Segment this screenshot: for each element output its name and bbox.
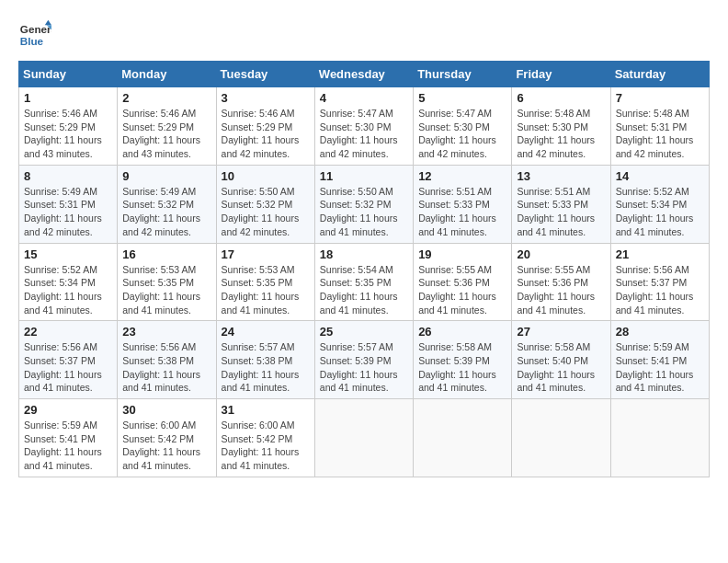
day-number: 28 [616,325,704,339]
day-detail: Sunrise: 6:00 AMSunset: 5:42 PMDaylight:… [222,419,300,471]
day-number: 21 [616,247,704,261]
weekday-header-row: SundayMondayTuesdayWednesdayThursdayFrid… [19,62,710,87]
logo-icon: General Blue [18,18,51,52]
day-number: 3 [222,91,310,105]
calendar-day-cell: 27 Sunrise: 5:58 AMSunset: 5:40 PMDaylig… [512,321,610,399]
day-detail: Sunrise: 5:46 AMSunset: 5:29 PMDaylight:… [222,108,300,159]
calendar-week-row: 22 Sunrise: 5:56 AMSunset: 5:37 PMDaylig… [19,321,710,399]
calendar-day-cell: 6 Sunrise: 5:48 AMSunset: 5:30 PMDayligh… [512,87,610,166]
calendar-day-cell: 12 Sunrise: 5:51 AMSunset: 5:33 PMDaylig… [414,165,512,243]
calendar-day-cell: 25 Sunrise: 5:57 AMSunset: 5:39 PMDaylig… [314,321,413,399]
day-number: 10 [222,169,310,183]
calendar-day-cell: 13 Sunrise: 5:51 AMSunset: 5:33 PMDaylig… [512,165,610,243]
calendar-day-cell: 11 Sunrise: 5:50 AMSunset: 5:32 PMDaylig… [314,165,413,243]
day-detail: Sunrise: 5:53 AMSunset: 5:35 PMDaylight:… [122,264,200,316]
weekday-header-cell: Tuesday [216,62,314,87]
day-detail: Sunrise: 5:47 AMSunset: 5:30 PMDaylight:… [418,108,496,159]
calendar-day-cell: 8 Sunrise: 5:49 AMSunset: 5:31 PMDayligh… [19,165,118,243]
calendar-day-cell [414,399,512,477]
day-number: 8 [24,169,112,183]
weekday-header-cell: Saturday [610,62,709,87]
day-detail: Sunrise: 5:49 AMSunset: 5:31 PMDaylight:… [24,186,102,237]
day-detail: Sunrise: 5:47 AMSunset: 5:30 PMDaylight:… [320,108,398,159]
weekday-header-cell: Thursday [414,62,512,87]
day-detail: Sunrise: 5:57 AMSunset: 5:38 PMDaylight:… [222,341,300,393]
calendar-week-row: 29 Sunrise: 5:59 AMSunset: 5:41 PMDaylig… [19,399,710,477]
day-detail: Sunrise: 5:56 AMSunset: 5:37 PMDaylight:… [24,341,102,393]
day-detail: Sunrise: 5:55 AMSunset: 5:36 PMDaylight:… [418,264,496,316]
day-number: 20 [517,247,605,261]
day-detail: Sunrise: 5:46 AMSunset: 5:29 PMDaylight:… [122,108,200,159]
weekday-header-cell: Friday [512,62,610,87]
day-number: 18 [320,247,408,261]
day-detail: Sunrise: 5:51 AMSunset: 5:33 PMDaylight:… [517,186,595,237]
calendar-day-cell: 21 Sunrise: 5:56 AMSunset: 5:37 PMDaylig… [610,243,709,321]
day-number: 27 [517,325,605,339]
calendar-day-cell: 22 Sunrise: 5:56 AMSunset: 5:37 PMDaylig… [19,321,118,399]
weekday-header-cell: Sunday [19,62,118,87]
day-detail: Sunrise: 5:58 AMSunset: 5:39 PMDaylight:… [418,341,496,393]
svg-text:Blue: Blue [20,35,44,47]
calendar-week-row: 8 Sunrise: 5:49 AMSunset: 5:31 PMDayligh… [19,165,710,243]
day-number: 30 [122,403,210,417]
calendar-day-cell [610,399,709,477]
calendar-day-cell: 4 Sunrise: 5:47 AMSunset: 5:30 PMDayligh… [314,87,413,166]
calendar-day-cell: 5 Sunrise: 5:47 AMSunset: 5:30 PMDayligh… [414,87,512,166]
day-number: 25 [320,325,408,339]
day-number: 15 [24,247,112,261]
day-detail: Sunrise: 5:54 AMSunset: 5:35 PMDaylight:… [320,264,398,316]
calendar-day-cell [512,399,610,477]
calendar-day-cell: 1 Sunrise: 5:46 AMSunset: 5:29 PMDayligh… [19,87,118,166]
day-detail: Sunrise: 5:51 AMSunset: 5:33 PMDaylight:… [418,186,496,237]
weekday-header-cell: Monday [118,62,216,87]
day-detail: Sunrise: 6:00 AMSunset: 5:42 PMDaylight:… [122,419,200,471]
calendar-table: SundayMondayTuesdayWednesdayThursdayFrid… [18,61,710,477]
day-number: 16 [122,247,210,261]
calendar-day-cell: 28 Sunrise: 5:59 AMSunset: 5:41 PMDaylig… [610,321,709,399]
day-detail: Sunrise: 5:57 AMSunset: 5:39 PMDaylight:… [320,341,398,393]
day-detail: Sunrise: 5:56 AMSunset: 5:38 PMDaylight:… [122,341,200,393]
day-detail: Sunrise: 5:52 AMSunset: 5:34 PMDaylight:… [24,264,102,316]
day-detail: Sunrise: 5:58 AMSunset: 5:40 PMDaylight:… [517,341,595,393]
calendar-day-cell: 18 Sunrise: 5:54 AMSunset: 5:35 PMDaylig… [314,243,413,321]
day-number: 2 [122,91,210,105]
day-number: 1 [24,91,112,105]
day-number: 19 [418,247,506,261]
calendar-day-cell: 3 Sunrise: 5:46 AMSunset: 5:29 PMDayligh… [216,87,314,166]
calendar-day-cell: 17 Sunrise: 5:53 AMSunset: 5:35 PMDaylig… [216,243,314,321]
calendar-day-cell: 10 Sunrise: 5:50 AMSunset: 5:32 PMDaylig… [216,165,314,243]
day-number: 14 [616,169,704,183]
calendar-day-cell: 9 Sunrise: 5:49 AMSunset: 5:32 PMDayligh… [118,165,216,243]
calendar-day-cell: 16 Sunrise: 5:53 AMSunset: 5:35 PMDaylig… [118,243,216,321]
calendar-day-cell: 26 Sunrise: 5:58 AMSunset: 5:39 PMDaylig… [414,321,512,399]
day-detail: Sunrise: 5:52 AMSunset: 5:34 PMDaylight:… [616,186,694,237]
logo: General Blue [18,18,51,52]
day-number: 22 [24,325,112,339]
day-detail: Sunrise: 5:46 AMSunset: 5:29 PMDaylight:… [24,108,102,159]
calendar-week-row: 15 Sunrise: 5:52 AMSunset: 5:34 PMDaylig… [19,243,710,321]
calendar-day-cell: 23 Sunrise: 5:56 AMSunset: 5:38 PMDaylig… [118,321,216,399]
calendar-day-cell: 14 Sunrise: 5:52 AMSunset: 5:34 PMDaylig… [610,165,709,243]
day-detail: Sunrise: 5:50 AMSunset: 5:32 PMDaylight:… [222,186,300,237]
calendar-day-cell: 24 Sunrise: 5:57 AMSunset: 5:38 PMDaylig… [216,321,314,399]
day-number: 6 [517,91,605,105]
calendar-day-cell: 31 Sunrise: 6:00 AMSunset: 5:42 PMDaylig… [216,399,314,477]
header: General Blue [18,18,710,52]
day-number: 26 [418,325,506,339]
day-detail: Sunrise: 5:50 AMSunset: 5:32 PMDaylight:… [320,186,398,237]
day-detail: Sunrise: 5:59 AMSunset: 5:41 PMDaylight:… [24,419,102,471]
day-number: 7 [616,91,704,105]
day-number: 24 [222,325,310,339]
day-number: 4 [320,91,408,105]
calendar-day-cell: 29 Sunrise: 5:59 AMSunset: 5:41 PMDaylig… [19,399,118,477]
day-number: 13 [517,169,605,183]
calendar-day-cell: 20 Sunrise: 5:55 AMSunset: 5:36 PMDaylig… [512,243,610,321]
day-detail: Sunrise: 5:49 AMSunset: 5:32 PMDaylight:… [122,186,200,237]
day-number: 31 [222,403,310,417]
calendar-week-row: 1 Sunrise: 5:46 AMSunset: 5:29 PMDayligh… [19,87,710,166]
calendar-day-cell [314,399,413,477]
weekday-header-cell: Wednesday [314,62,413,87]
calendar-day-cell: 19 Sunrise: 5:55 AMSunset: 5:36 PMDaylig… [414,243,512,321]
day-number: 9 [122,169,210,183]
day-detail: Sunrise: 5:48 AMSunset: 5:30 PMDaylight:… [517,108,595,159]
